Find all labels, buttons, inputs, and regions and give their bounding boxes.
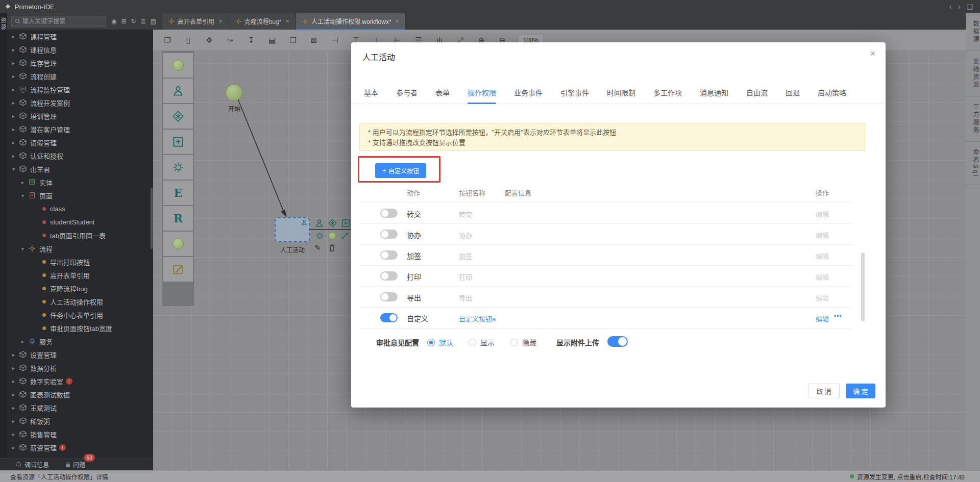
tree-expander-icon[interactable]: ▸: [12, 113, 19, 119]
delete-icon[interactable]: ⊠: [307, 36, 321, 45]
tree-expander-icon[interactable]: ▸: [12, 378, 19, 384]
edit-link[interactable]: 编辑: [816, 314, 829, 323]
tree-item[interactable]: ▸流程创建: [7, 69, 153, 83]
tree-item[interactable]: 高开表单引用: [7, 268, 153, 282]
tree-expander-icon[interactable]: ▸: [12, 126, 19, 132]
opinion-radio-2[interactable]: 显示: [469, 337, 495, 347]
edit-link[interactable]: 编辑: [816, 230, 829, 240]
palette-subprocess[interactable]: [163, 130, 193, 154]
tree-expander-icon[interactable]: ▸: [12, 445, 19, 450]
right-rail-tab[interactable]: 命名Sql: [966, 142, 980, 185]
palette-report[interactable]: R: [163, 206, 193, 231]
tree-expander-icon[interactable]: ▸: [21, 180, 29, 185]
dialog-tab[interactable]: 表单: [435, 85, 450, 104]
edit-link[interactable]: 编辑: [816, 251, 829, 261]
tree-item[interactable]: ▸流程开发案例: [7, 96, 153, 109]
right-rail-tab[interactable]: 三方服务: [966, 96, 980, 142]
tree-expander-icon[interactable]: ▸: [12, 87, 19, 92]
tree-item[interactable]: ▸认证和授权: [7, 149, 153, 162]
tree-expander-icon[interactable]: ▸: [12, 140, 19, 145]
trash-icon[interactable]: [328, 243, 336, 252]
tree-item[interactable]: ▸流程监控管理: [7, 83, 153, 96]
search-box[interactable]: [11, 16, 106, 27]
edit-link[interactable]: 编辑: [816, 293, 829, 302]
tree-item[interactable]: ▸课程管理: [7, 30, 153, 43]
ok-button[interactable]: 确 定: [846, 384, 875, 398]
palette-end-node[interactable]: [163, 232, 193, 256]
palette-note[interactable]: [163, 257, 193, 282]
status-right[interactable]: 资源发生变更, 点击重启,检查时间:17:48: [850, 472, 965, 481]
palette-gateway[interactable]: [163, 104, 193, 129]
tree-item[interactable]: 审批页面按钮tab宽度: [7, 321, 153, 335]
save-icon[interactable]: ❏: [966, 3, 973, 11]
tree-item[interactable]: ▸潜在客户管理: [7, 122, 153, 136]
tree-expander-icon[interactable]: ▸: [12, 392, 19, 397]
start-node[interactable]: [226, 84, 242, 101]
document-icon[interactable]: ▤: [265, 36, 279, 45]
tree-item[interactable]: ▾页面: [7, 189, 153, 202]
palette-entity[interactable]: E: [163, 181, 193, 205]
right-rail-tab[interactable]: 离线资源: [966, 51, 980, 96]
tree-item[interactable]: ▸数字实验室!: [7, 374, 153, 388]
tree-expander-icon[interactable]: ▸: [21, 339, 29, 344]
cancel-button[interactable]: 取 消: [808, 384, 840, 398]
edit-link[interactable]: 编辑: [816, 272, 829, 282]
dialog-tab[interactable]: 多工作项: [653, 85, 682, 104]
dialog-tab[interactable]: 时间限制: [607, 85, 635, 104]
quick-edge-icon[interactable]: [341, 231, 350, 240]
tree-expander-icon[interactable]: ▸: [12, 60, 19, 66]
tree-expander-icon[interactable]: ▾: [21, 193, 29, 198]
dialog-tab[interactable]: 参与者: [396, 85, 418, 104]
tree-item[interactable]: ▸薪资管理!: [7, 441, 153, 454]
tree-expander-icon[interactable]: ▸: [12, 432, 19, 437]
back-icon[interactable]: ‹: [949, 3, 952, 11]
tree-item[interactable]: ▸请假管理: [7, 136, 153, 149]
tree-item[interactable]: 任务中心表单引用: [7, 308, 153, 321]
manual-activity-node[interactable]: [275, 217, 310, 242]
dialog-tab[interactable]: 消息通知: [700, 85, 728, 104]
tree-expander-icon[interactable]: ▸: [12, 100, 19, 106]
tree-item[interactable]: studentStudent: [7, 215, 153, 229]
close-tab-icon[interactable]: ×: [218, 17, 223, 25]
dialog-tab[interactable]: 基本: [364, 85, 378, 104]
close-icon[interactable]: ×: [870, 48, 875, 59]
tree-item[interactable]: 人工活动操作权限: [7, 295, 153, 308]
quick-gear-icon[interactable]: [315, 232, 324, 240]
tree-expander-icon[interactable]: ▸: [12, 352, 19, 358]
left-rail-tab-resources[interactable]: 资源: [0, 17, 7, 31]
tree-item[interactable]: ▸实体: [7, 175, 153, 189]
attachment-upload-toggle[interactable]: [607, 336, 628, 347]
tree-item[interactable]: ▸服务: [7, 335, 153, 348]
quick-person-icon[interactable]: [315, 219, 324, 227]
copy-icon[interactable]: ❐: [161, 36, 174, 45]
debug-info-item[interactable]: 调试信息: [15, 460, 49, 469]
quick-subprocess-icon[interactable]: [341, 219, 350, 227]
tree-item[interactable]: ▸王斌测试: [7, 401, 153, 414]
enable-toggle[interactable]: [380, 271, 398, 281]
tree-item[interactable]: ▾山羊君: [7, 162, 153, 175]
tree-item[interactable]: ▸图表测试数据: [7, 388, 153, 401]
tree-item[interactable]: ▸库存管理: [7, 56, 153, 69]
enable-toggle[interactable]: [380, 313, 398, 322]
opinion-radio-3[interactable]: 隐藏: [510, 337, 536, 347]
new-box-icon[interactable]: ⊞: [121, 18, 126, 25]
problems-item[interactable]: ≣ 问题 63: [65, 460, 85, 469]
opinion-radio-1[interactable]: 默认: [427, 337, 453, 347]
tree-item[interactable]: 克隆流程bug: [7, 282, 153, 295]
doc-tab[interactable]: 克隆流程bug*×: [229, 13, 296, 30]
palette-manual-activity[interactable]: [163, 79, 193, 103]
tree-expander-icon[interactable]: ▸: [12, 153, 19, 159]
tree-item[interactable]: ▸稀饭粥: [7, 414, 153, 427]
edit-link[interactable]: 编辑: [816, 209, 829, 219]
duplicate-icon[interactable]: ❐: [286, 36, 300, 45]
hand-icon[interactable]: ✥: [203, 36, 216, 45]
tree-item[interactable]: ▸课程信息: [7, 43, 153, 56]
enable-toggle[interactable]: [380, 292, 398, 301]
more-actions-icon[interactable]: •••: [834, 313, 842, 320]
book-icon[interactable]: ▤: [151, 18, 156, 25]
quick-end-node-icon[interactable]: [329, 232, 336, 240]
tree-expander-icon[interactable]: ▾: [12, 166, 19, 172]
palette-auto-activity[interactable]: [163, 155, 193, 180]
forward-icon[interactable]: ›: [958, 3, 961, 11]
ai-icon[interactable]: ◉: [111, 18, 116, 25]
